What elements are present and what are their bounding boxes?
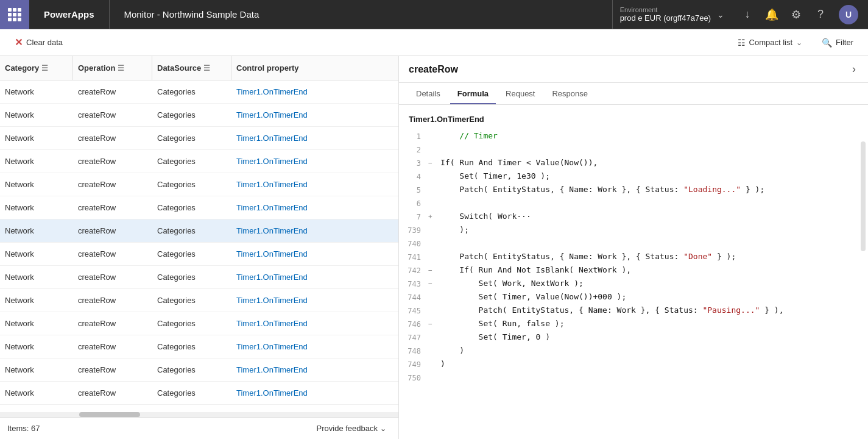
table-row[interactable]: Network createRow Categories Timer1.OnTi… (0, 312, 398, 335)
cell-control-property[interactable]: Timer1.OnTimerEnd (231, 157, 398, 166)
avatar[interactable]: U (839, 5, 858, 24)
tab-response[interactable]: Response (545, 89, 595, 104)
line-code: If( Run And Timer < Value(Now()), (440, 158, 868, 167)
provide-feedback-button[interactable]: Provide feedback ⌄ (312, 421, 391, 435)
code-line: 739 ); (399, 225, 868, 238)
cell-control-property[interactable]: Timer1.OnTimerEnd (231, 273, 398, 282)
cell-control-property[interactable]: Timer1.OnTimerEnd (231, 412, 398, 412)
download-icon[interactable]: ↓ (736, 4, 758, 26)
expand-icon[interactable]: − (428, 319, 440, 328)
cell-control-property[interactable]: Timer1.OnTimerEnd (231, 110, 398, 120)
cell-control-property[interactable]: Timer1.OnTimerEnd (231, 388, 398, 398)
table-row[interactable]: Network createRow Categories Timer1.OnTi… (0, 359, 398, 382)
cell-category: Network (0, 180, 73, 189)
waffle-menu[interactable] (0, 0, 29, 29)
cell-operation: createRow (73, 365, 152, 374)
code-line: 747 Set( Timer, 0 ) (399, 332, 868, 346)
expand-icon (428, 225, 440, 226)
table-row[interactable]: Network createRow Categories Timer1.OnTi… (0, 196, 398, 220)
code-line: 742 − If( Run And Not IsBlank( NextWork … (399, 265, 868, 279)
tab-details[interactable]: Details (409, 89, 448, 104)
expand-icon (428, 171, 440, 173)
cell-control-property[interactable]: Timer1.OnTimerEnd (231, 134, 398, 143)
close-icon: ✕ (15, 37, 23, 48)
compact-list-button[interactable]: ☷ Compact list ⌄ (733, 35, 808, 50)
line-number: 739 (399, 225, 428, 235)
chevron-down-icon: ⌄ (717, 10, 724, 20)
code-line: 741 Patch( EntityStatus, { Name: Work },… (399, 252, 868, 265)
table-row[interactable]: Network createRow Categories Timer1.OnTi… (0, 243, 398, 266)
app-name[interactable]: PowerApps (29, 0, 110, 29)
table-body[interactable]: Network createRow Categories Timer1.OnTi… (0, 80, 398, 412)
cell-control-property[interactable]: Timer1.OnTimerEnd (231, 342, 398, 351)
column-menu-icon[interactable]: ☰ (118, 64, 124, 73)
cell-control-property[interactable]: Timer1.OnTimerEnd (231, 180, 398, 189)
cell-control-property[interactable]: Timer1.OnTimerEnd (231, 203, 398, 212)
table-row[interactable]: Network createRow Categories Timer1.OnTi… (0, 173, 398, 196)
expand-icon (428, 359, 440, 360)
table-row[interactable]: Network createRow Categories Timer1.OnTi… (0, 289, 398, 312)
line-code: Patch( EntityStatus, { Name: Work }, { S… (440, 305, 868, 315)
toolbar: ✕ Clear data ☷ Compact list ⌄ 🔍 Filter (0, 29, 868, 56)
table-row[interactable]: Network createRow Categories Timer1.OnTi… (0, 80, 398, 104)
table-row[interactable]: Network createRow Categories Timer1.OnTi… (0, 405, 398, 412)
cell-datasource: Categories (152, 157, 231, 166)
expand-icon (428, 332, 440, 334)
cell-control-property[interactable]: Timer1.OnTimerEnd (231, 226, 398, 235)
tab-formula[interactable]: Formula (450, 89, 496, 104)
cell-operation: createRow (73, 412, 152, 412)
clear-data-button[interactable]: ✕ Clear data (10, 34, 68, 51)
cell-operation: createRow (73, 203, 152, 212)
table-row[interactable]: Network createRow Categories Timer1.OnTi… (0, 335, 398, 359)
line-number: 740 (399, 238, 428, 248)
cell-datasource: Categories (152, 180, 231, 189)
column-menu-icon[interactable]: ☰ (203, 64, 210, 73)
cell-datasource: Categories (152, 273, 231, 282)
cell-control-property[interactable]: Timer1.OnTimerEnd (231, 87, 398, 96)
line-number: 746 (399, 319, 428, 329)
cell-datasource: Categories (152, 134, 231, 143)
table-row[interactable]: Network createRow Categories Timer1.OnTi… (0, 220, 398, 243)
environment-selector[interactable]: Environment prod e EUR (orgff47a7ee) ⌄ (612, 0, 732, 29)
line-code: Set( Run, false ); (440, 319, 868, 328)
notification-icon[interactable]: 🔔 (761, 4, 783, 26)
column-menu-icon[interactable]: ☰ (41, 64, 48, 73)
expand-icon[interactable]: − (428, 265, 440, 274)
help-icon[interactable]: ? (810, 4, 831, 26)
scroll-thumb[interactable] (79, 412, 140, 417)
expand-icon (428, 131, 440, 132)
close-icon[interactable]: › (850, 60, 858, 78)
line-code: Patch( EntityStatus, { Name: Work }, { S… (440, 185, 868, 194)
table-row[interactable]: Network createRow Categories Timer1.OnTi… (0, 150, 398, 173)
code-panel[interactable]: Timer1.OnTimerEnd 1 // Timer 2 3 − If( R… (399, 105, 868, 439)
cell-category: Network (0, 110, 73, 120)
vertical-scrollbar[interactable] (861, 141, 866, 251)
line-code: Switch( Work··· (440, 212, 868, 221)
cell-control-property[interactable]: Timer1.OnTimerEnd (231, 296, 398, 305)
detail-tabs: Details Formula Request Response (399, 83, 868, 105)
table-row[interactable]: Network createRow Categories Timer1.OnTi… (0, 266, 398, 289)
cell-category: Network (0, 273, 73, 282)
cell-control-property[interactable]: Timer1.OnTimerEnd (231, 249, 398, 259)
expand-icon[interactable]: − (428, 158, 440, 167)
cell-operation: createRow (73, 296, 152, 305)
horizontal-scrollbar[interactable] (0, 412, 398, 417)
table-row[interactable]: Network createRow Categories Timer1.OnTi… (0, 127, 398, 150)
code-line: 4 Set( Timer, 1e30 ); (399, 171, 868, 185)
cell-operation: createRow (73, 226, 152, 235)
tab-request[interactable]: Request (498, 89, 542, 104)
cell-datasource: Categories (152, 203, 231, 212)
cell-category: Network (0, 87, 73, 96)
expand-icon[interactable]: − (428, 279, 440, 288)
filter-button[interactable]: 🔍 Filter (817, 35, 858, 50)
cell-control-property[interactable]: Timer1.OnTimerEnd (231, 365, 398, 374)
col-header-operation: Operation ☰ (73, 56, 152, 80)
table-row[interactable]: Network createRow Categories Timer1.OnTi… (0, 382, 398, 405)
expand-icon[interactable]: + (428, 212, 440, 221)
settings-icon[interactable]: ⚙ (785, 4, 807, 26)
expand-icon (428, 346, 440, 347)
line-code: Set( Timer, Value(Now())+000 ); (440, 292, 868, 301)
table-row[interactable]: Network createRow Categories Timer1.OnTi… (0, 104, 398, 127)
cell-control-property[interactable]: Timer1.OnTimerEnd (231, 319, 398, 328)
code-line: 750 (399, 373, 868, 386)
